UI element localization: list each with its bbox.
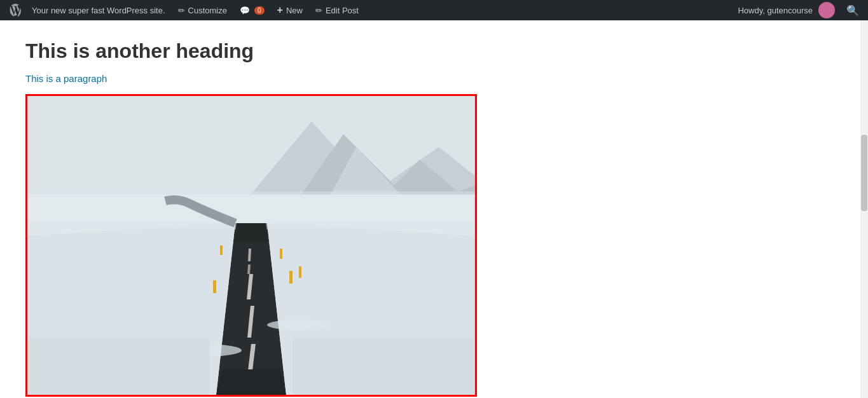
new-label: New (286, 6, 303, 15)
snow-road-image (27, 96, 475, 395)
adminbar-left: Your new super fast WordPress site. ✏ Cu… (5, 0, 733, 20)
svg-rect-20 (289, 271, 293, 284)
comment-icon: 💬 (240, 6, 250, 15)
svg-rect-19 (220, 245, 223, 255)
svg-rect-18 (213, 280, 216, 293)
adminbar-right: Howdy, gutencourse 🔍 (733, 0, 863, 20)
svg-point-17 (267, 320, 331, 330)
page-heading: This is another heading (25, 33, 843, 63)
svg-rect-24 (293, 338, 475, 395)
comments-link[interactable]: 💬 0 (233, 0, 271, 20)
customize-icon: ✏ (178, 6, 185, 15)
customize-label: Customize (188, 6, 227, 15)
svg-rect-22 (299, 266, 301, 278)
search-icon: 🔍 (846, 4, 859, 17)
scrollbar-track[interactable] (860, 20, 868, 398)
new-content-link[interactable]: + New (271, 0, 309, 20)
page-content: This is another heading This is a paragr… (0, 20, 868, 398)
site-name-text: Your new super fast WordPress site. (32, 6, 165, 15)
scrollbar-thumb[interactable] (861, 135, 867, 211)
customize-link[interactable]: ✏ Customize (172, 0, 233, 20)
page-paragraph[interactable]: This is a paragraph (25, 73, 843, 84)
user-avatar (818, 2, 835, 18)
site-name-link[interactable]: Your new super fast WordPress site. (25, 0, 172, 20)
edit-post-label: Edit Post (326, 6, 359, 15)
wordpress-logo[interactable] (5, 0, 25, 20)
svg-rect-21 (280, 249, 282, 259)
featured-image-container (25, 94, 477, 397)
admin-bar: Your new super fast WordPress site. ✏ Cu… (0, 0, 868, 20)
svg-rect-23 (27, 338, 210, 395)
comment-count: 0 (254, 6, 265, 15)
howdy-link[interactable]: Howdy, gutencourse (733, 0, 840, 20)
search-button[interactable]: 🔍 (843, 0, 863, 20)
plus-icon: + (277, 4, 283, 16)
howdy-text: Howdy, gutencourse (738, 6, 813, 15)
edit-post-link[interactable]: ✏ Edit Post (309, 0, 365, 20)
svg-marker-27 (234, 223, 268, 242)
edit-icon: ✏ (315, 6, 322, 15)
svg-marker-26 (216, 369, 286, 395)
